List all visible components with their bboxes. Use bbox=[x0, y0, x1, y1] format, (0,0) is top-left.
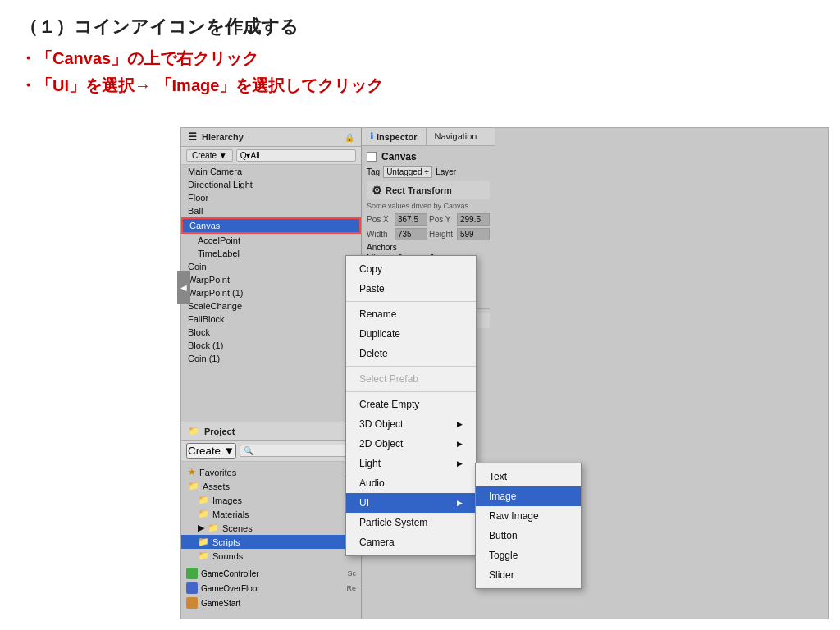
left-column: ☰ Hierarchy 🔒 Create ▼ Main Camera Direc… bbox=[181, 128, 362, 619]
gc-re-label: Re bbox=[346, 584, 356, 592]
materials-label: Materials bbox=[212, 509, 249, 519]
navigation-tab[interactable]: Navigation bbox=[427, 128, 486, 145]
proj-scripts[interactable]: 📁 Scripts bbox=[181, 535, 361, 549]
ctx-2d-object[interactable]: 2D Object bbox=[346, 434, 476, 454]
hier-item-ball[interactable]: Ball bbox=[181, 204, 361, 217]
gc-game-start[interactable]: GameStart bbox=[181, 596, 361, 610]
width-value[interactable]: 735 bbox=[395, 228, 427, 240]
hier-item-coin1[interactable]: Coin (1) bbox=[181, 352, 361, 365]
project-section: 📁 Project Create ▼ ★ Favorites As bbox=[181, 422, 361, 619]
project-toolbar: Create ▼ bbox=[181, 441, 361, 462]
hier-item-main-camera[interactable]: Main Camera bbox=[181, 165, 361, 178]
hier-item-floor[interactable]: Floor bbox=[181, 191, 361, 204]
hier-item-fallblock[interactable]: FallBlock bbox=[181, 313, 361, 326]
sounds-label: Sounds bbox=[212, 551, 243, 561]
proj-assets[interactable]: 📁 Assets bbox=[181, 479, 361, 493]
scenes-label: Scenes bbox=[222, 523, 253, 533]
unity-editor-screenshot: ☰ Hierarchy 🔒 Create ▼ Main Camera Direc… bbox=[180, 127, 829, 619]
submenu-toggle[interactable]: Toggle bbox=[476, 546, 581, 565]
inspector-tab-label: Inspector bbox=[377, 132, 418, 142]
hierarchy-icon: ☰ bbox=[188, 131, 197, 143]
bullet-1: ・「Canvas」の上で右クリック bbox=[20, 48, 820, 70]
anchors-label: Anchors bbox=[367, 243, 490, 252]
ctx-duplicate[interactable]: Duplicate bbox=[346, 324, 476, 344]
favorites-label: Favorites bbox=[199, 468, 236, 477]
context-menu: Copy Paste Rename Duplicate Delete Selec… bbox=[345, 255, 477, 556]
ctx-light[interactable]: Light bbox=[346, 454, 476, 473]
submenu-slider[interactable]: Slider bbox=[476, 565, 581, 585]
submenu-text[interactable]: Text bbox=[476, 467, 581, 486]
proj-favorites[interactable]: ★ Favorites As bbox=[181, 465, 361, 479]
hierarchy-search-input[interactable] bbox=[236, 149, 356, 162]
pos-y-value[interactable]: 299.5 bbox=[457, 213, 490, 226]
ctx-particle-system[interactable]: Particle System bbox=[346, 513, 476, 532]
scripts-label: Scripts bbox=[212, 537, 240, 547]
submenu-button[interactable]: Button bbox=[476, 526, 581, 546]
proj-scenes[interactable]: ▶ 📁 Scenes bbox=[181, 521, 361, 535]
hier-item-warppoint1[interactable]: WarpPoint (1) bbox=[181, 286, 361, 299]
gc-game-controller[interactable]: GameController Sc bbox=[181, 566, 361, 581]
assets-folder-icon: 📁 bbox=[188, 481, 199, 491]
hier-item-scalechange[interactable]: ScaleChange bbox=[181, 299, 361, 313]
hierarchy-section: ☰ Hierarchy 🔒 Create ▼ Main Camera Direc… bbox=[181, 128, 361, 422]
ctx-sep-1 bbox=[346, 301, 476, 302]
ctx-delete[interactable]: Delete bbox=[346, 344, 476, 363]
tag-dropdown[interactable]: Untagged ÷ bbox=[383, 166, 432, 178]
ctx-audio[interactable]: Audio bbox=[346, 473, 476, 493]
proj-images[interactable]: 📁 Images bbox=[181, 493, 361, 507]
ctx-create-empty[interactable]: Create Empty bbox=[346, 395, 476, 414]
hier-item-timelabel[interactable]: TimeLabel bbox=[181, 247, 361, 260]
gc-controller-icon bbox=[186, 568, 198, 579]
gc-start-icon bbox=[186, 597, 198, 609]
canvas-active-checkbox[interactable] bbox=[367, 152, 377, 162]
submenu-image[interactable]: Image bbox=[476, 486, 581, 506]
height-value[interactable]: 599 bbox=[457, 228, 490, 240]
sounds-folder-icon: 📁 bbox=[198, 550, 209, 561]
hierarchy-create-button[interactable]: Create ▼ bbox=[186, 149, 233, 162]
hier-item-warppoint[interactable]: WarpPoint bbox=[181, 273, 361, 286]
height-field: Height 599 bbox=[429, 228, 490, 240]
submenu-raw-image[interactable]: Raw Image bbox=[476, 506, 581, 526]
hier-item-coin[interactable]: Coin bbox=[181, 260, 361, 273]
proj-materials[interactable]: 📁 Materials bbox=[181, 507, 361, 521]
hier-item-block1[interactable]: Block (1) bbox=[181, 339, 361, 352]
lock-icon: 🔒 bbox=[345, 133, 354, 142]
favorites-star-icon: ★ bbox=[188, 467, 196, 477]
images-folder-icon: 📁 bbox=[198, 495, 209, 505]
project-title: Project bbox=[204, 427, 235, 436]
height-label: Height bbox=[429, 230, 455, 239]
navigation-tab-label: Navigation bbox=[435, 131, 477, 141]
proj-sounds[interactable]: 📁 Sounds bbox=[181, 549, 361, 563]
project-list: ★ Favorites As 📁 Assets 📁 Images bbox=[181, 462, 361, 566]
ctx-copy[interactable]: Copy bbox=[346, 259, 476, 279]
ctx-ui[interactable]: UI bbox=[346, 493, 476, 513]
canvas-name-row: Canvas bbox=[367, 151, 490, 162]
rect-transform-label: Rect Transform bbox=[386, 185, 452, 195]
materials-folder-icon: 📁 bbox=[198, 509, 209, 519]
ctx-camera[interactable]: Camera bbox=[346, 532, 476, 552]
gc-floor-icon bbox=[186, 582, 198, 594]
project-create-button[interactable]: Create ▼ bbox=[186, 443, 236, 459]
hier-item-canvas[interactable]: Canvas bbox=[181, 217, 361, 234]
hierarchy-toolbar: Create ▼ bbox=[181, 147, 361, 165]
inspector-tab[interactable]: ℹ Inspector bbox=[362, 128, 427, 145]
scenes-arrow-icon: ▶ bbox=[198, 523, 204, 533]
collapse-tab[interactable]: ◀ bbox=[177, 271, 190, 304]
hier-item-directional-light[interactable]: Directional Light bbox=[181, 178, 361, 191]
scripts-folder-icon: 📁 bbox=[198, 536, 209, 547]
gc-game-over-floor[interactable]: GameOverFloor Re bbox=[181, 581, 361, 596]
pos-x-value[interactable]: 367.5 bbox=[395, 213, 427, 226]
rect-transform-icon: ⚙ bbox=[372, 184, 382, 197]
ctx-3d-object[interactable]: 3D Object bbox=[346, 414, 476, 434]
pos-y-field: Pos Y 299.5 bbox=[429, 213, 490, 226]
ctx-rename[interactable]: Rename bbox=[346, 304, 476, 324]
pos-grid: Pos X 367.5 Pos Y 299.5 bbox=[367, 213, 490, 226]
instructions-area: （１）コインアイコンを作成する ・「Canvas」の上で右クリック ・「UI」を… bbox=[0, 0, 840, 110]
project-header: 📁 Project bbox=[181, 422, 361, 441]
ctx-paste[interactable]: Paste bbox=[346, 279, 476, 299]
project-search-input[interactable] bbox=[240, 445, 356, 457]
main-title: （１）コインアイコンを作成する bbox=[20, 15, 820, 39]
inspector-top-bar: ℹ Inspector Navigation bbox=[362, 128, 495, 146]
hier-item-accelpoint[interactable]: AccelPoint bbox=[181, 234, 361, 247]
hier-item-block[interactable]: Block bbox=[181, 326, 361, 339]
